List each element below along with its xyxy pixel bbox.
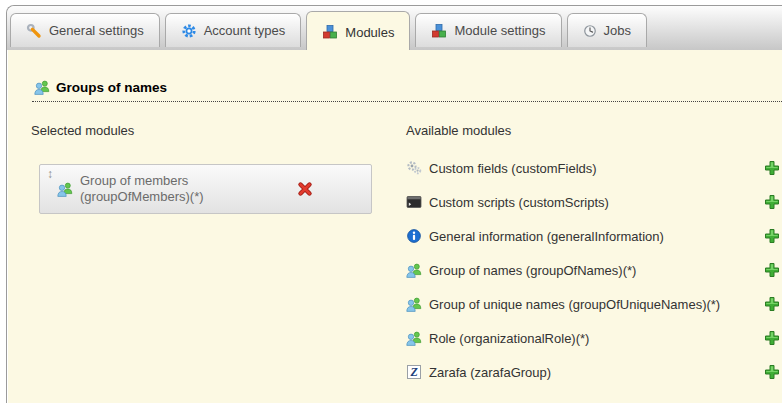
add-icon[interactable]: [764, 160, 780, 176]
add-icon[interactable]: [764, 296, 780, 312]
available-modules-heading: Available modules: [406, 123, 780, 138]
tab-module-settings[interactable]: Module settings: [415, 13, 561, 47]
add-icon[interactable]: [764, 262, 780, 278]
tab-account-types[interactable]: Account types: [165, 13, 302, 47]
wrench-icon: [26, 23, 42, 39]
module-label: Custom fields (customFields): [429, 161, 597, 176]
module-label: Zarafa (zarafaGroup): [429, 365, 551, 380]
available-module-row: Role (organizationalRole)(*): [406, 329, 780, 347]
group-icon: [406, 262, 422, 278]
available-modules-column: Available modules Custom fields (customF…: [406, 123, 780, 397]
module-label: Group of unique names (groupOfUniqueName…: [429, 297, 720, 312]
group-icon: [406, 330, 422, 346]
selected-module-label: Group of members (groupOfMembers)(*): [80, 173, 280, 205]
tab-label: Jobs: [604, 23, 631, 38]
selected-modules-column: Selected modules ↕ Group of members (gro…: [31, 123, 376, 214]
zarafa-icon: [406, 364, 422, 380]
config-window: General settings Account types Modules M…: [0, 0, 782, 403]
group-icon: [57, 181, 73, 197]
tab-general-settings[interactable]: General settings: [10, 13, 160, 47]
tab-label: General settings: [49, 23, 144, 38]
add-icon[interactable]: [764, 194, 780, 210]
modules-icon: [431, 23, 447, 39]
add-icon[interactable]: [764, 364, 780, 380]
modules-icon: [322, 24, 338, 40]
selected-module-item: ↕ Group of members (groupOfMembers)(*): [39, 164, 372, 214]
info-icon: [406, 228, 422, 244]
available-modules-list: Custom fields (customFields) Custom scri…: [406, 159, 780, 381]
available-module-row: Zarafa (zarafaGroup): [406, 363, 780, 381]
available-module-row: General information (generalInformation): [406, 227, 780, 245]
gear-icon: [181, 23, 197, 39]
section-header: Groups of names: [32, 77, 782, 102]
module-label: Custom scripts (customScripts): [429, 195, 609, 210]
tab-label: Module settings: [454, 23, 545, 38]
group-icon: [406, 296, 422, 312]
modules-tab-content: Groups of names Selected modules ↕ Group…: [8, 50, 782, 403]
module-label: General information (generalInformation): [429, 229, 664, 244]
module-label: Group of names (groupOfNames)(*): [429, 263, 636, 278]
tab-label: Account types: [204, 23, 286, 38]
drag-handle-icon[interactable]: ↕: [47, 168, 53, 180]
terminal-icon: [406, 194, 422, 210]
tab-label: Modules: [345, 25, 394, 40]
clock-icon: [583, 24, 597, 38]
add-icon[interactable]: [764, 228, 780, 244]
tab-modules[interactable]: Modules: [306, 11, 410, 52]
available-module-row: Group of unique names (groupOfUniqueName…: [406, 295, 780, 313]
tab-bar: General settings Account types Modules M…: [7, 6, 782, 50]
remove-icon[interactable]: [297, 181, 313, 197]
group-icon: [34, 79, 50, 95]
add-icon[interactable]: [764, 330, 780, 346]
available-module-row: Custom fields (customFields): [406, 159, 780, 177]
available-module-row: Group of names (groupOfNames)(*): [406, 261, 780, 279]
module-label: Role (organizationalRole)(*): [429, 331, 589, 346]
section-title: Groups of names: [56, 80, 167, 95]
available-module-row: Custom scripts (customScripts): [406, 193, 780, 211]
tabs-panel: General settings Account types Modules M…: [6, 5, 782, 403]
gears-icon: [406, 160, 422, 176]
selected-modules-heading: Selected modules: [31, 123, 376, 138]
tab-jobs[interactable]: Jobs: [567, 13, 647, 47]
